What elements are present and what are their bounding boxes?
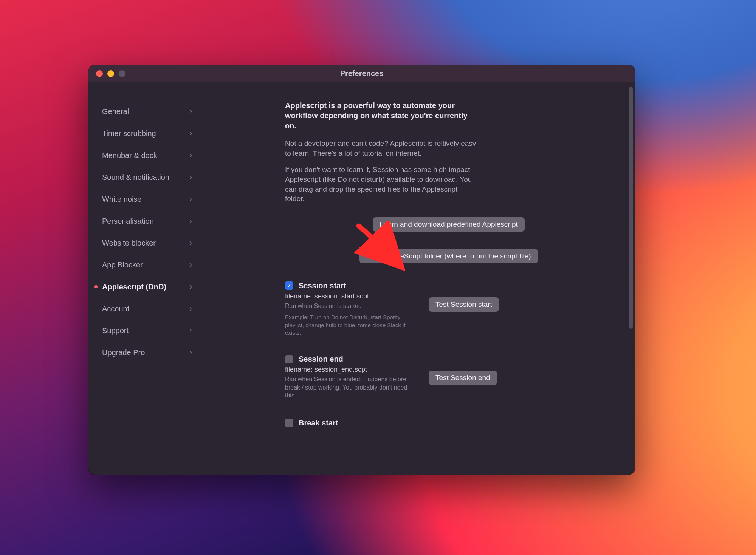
- chevron-right-icon: ›: [189, 216, 192, 226]
- open-applescript-folder-button[interactable]: Open AppleScript folder (where to put th…: [359, 249, 538, 263]
- main-content: Applescript is a powerful way to automat…: [202, 82, 635, 475]
- intro-heading: Applescript is a powerful way to automat…: [285, 100, 478, 131]
- sidebar: General › Timer scrubbing › Menubar & do…: [88, 82, 202, 475]
- sidebar-item-personalisation[interactable]: Personalisation ›: [88, 210, 202, 232]
- sidebar-item-label: General: [102, 107, 129, 116]
- chevron-right-icon: ›: [189, 150, 192, 160]
- check-icon: ✓: [287, 282, 292, 289]
- session-end-checkbox[interactable]: [285, 355, 293, 363]
- script-filename: filename: session_end.scpt: [285, 366, 414, 374]
- sidebar-item-label: Timer scrubbing: [102, 129, 156, 138]
- chevron-right-icon: ›: [189, 107, 192, 116]
- chevron-right-icon: ›: [189, 128, 192, 138]
- badge-dot-icon: [94, 285, 98, 288]
- sidebar-item-label: App Blocker: [102, 261, 143, 269]
- sidebar-item-label: Upgrade Pro: [102, 348, 145, 357]
- test-session-end-button[interactable]: Test Session end: [429, 371, 497, 385]
- sidebar-item-sound-notification[interactable]: Sound & notification ›: [88, 166, 202, 188]
- sidebar-item-label: Menubar & dock: [102, 151, 157, 160]
- sidebar-item-website-blocker[interactable]: Website blocker ›: [88, 232, 202, 254]
- sidebar-item-label: White noise: [102, 195, 142, 204]
- chevron-right-icon: ›: [189, 238, 192, 248]
- scrollbar[interactable]: [629, 87, 633, 329]
- script-desc: Ran when Session is ended. Happens befor…: [285, 375, 414, 400]
- sidebar-item-app-blocker[interactable]: App Blocker ›: [88, 254, 202, 276]
- close-button[interactable]: [96, 70, 103, 77]
- chevron-right-icon: ›: [189, 304, 192, 314]
- session-start-checkbox[interactable]: ✓: [285, 281, 293, 290]
- window-title: Preferences: [88, 69, 635, 78]
- script-session-end: Session end filename: session_end.scpt R…: [285, 355, 612, 403]
- learn-download-button[interactable]: Learn and download predefined Applescrip…: [373, 217, 525, 232]
- script-title: Session start: [299, 281, 346, 290]
- break-start-checkbox[interactable]: [285, 419, 293, 427]
- sidebar-item-label: Support: [102, 326, 129, 335]
- chevron-right-icon: ›: [189, 348, 192, 357]
- chevron-right-icon: ›: [189, 260, 192, 270]
- intro-paragraph: Not a developer and can't code? Applescr…: [285, 139, 478, 158]
- chevron-right-icon: ›: [189, 194, 192, 204]
- sidebar-item-upgrade-pro[interactable]: Upgrade Pro ›: [88, 342, 202, 363]
- test-session-start-button[interactable]: Test Session start: [429, 297, 499, 312]
- preferences-window: Preferences General › Timer scrubbing › …: [88, 65, 635, 475]
- script-desc: Ran when Session is started: [285, 302, 414, 310]
- intro-paragraph: If you don't want to learn it, Session h…: [285, 165, 478, 204]
- sidebar-item-account[interactable]: Account ›: [88, 298, 202, 320]
- script-example: Example: Turn on Do not Disturb, start S…: [285, 314, 414, 337]
- sidebar-item-menubar-dock[interactable]: Menubar & dock ›: [88, 144, 202, 166]
- minimize-button[interactable]: [107, 70, 114, 77]
- sidebar-item-label: Account: [102, 305, 129, 313]
- sidebar-item-applescript[interactable]: Applescript (DnD) ›: [88, 276, 202, 298]
- traffic-lights: [88, 70, 125, 77]
- chevron-right-icon: ›: [189, 172, 192, 182]
- titlebar: Preferences: [88, 65, 635, 82]
- sidebar-item-timer-scrubbing[interactable]: Timer scrubbing ›: [88, 122, 202, 144]
- sidebar-item-white-noise[interactable]: White noise ›: [88, 188, 202, 210]
- chevron-right-icon: ›: [189, 282, 192, 292]
- script-break-start: Break start: [285, 419, 612, 430]
- sidebar-item-support[interactable]: Support ›: [88, 320, 202, 342]
- sidebar-item-label: Personalisation: [102, 217, 154, 226]
- script-title: Break start: [299, 419, 338, 427]
- chevron-right-icon: ›: [189, 326, 192, 335]
- script-session-start: ✓ Session start filename: session_start.…: [285, 281, 612, 337]
- script-filename: filename: session_start.scpt: [285, 292, 414, 300]
- maximize-button[interactable]: [119, 70, 125, 77]
- sidebar-item-label: Sound & notification: [102, 173, 169, 182]
- intro-text: Applescript is a powerful way to automat…: [285, 100, 478, 204]
- script-title: Session end: [299, 355, 343, 363]
- sidebar-item-label: Website blocker: [102, 239, 156, 247]
- sidebar-item-general[interactable]: General ›: [88, 100, 202, 122]
- sidebar-item-label: Applescript (DnD): [102, 283, 166, 291]
